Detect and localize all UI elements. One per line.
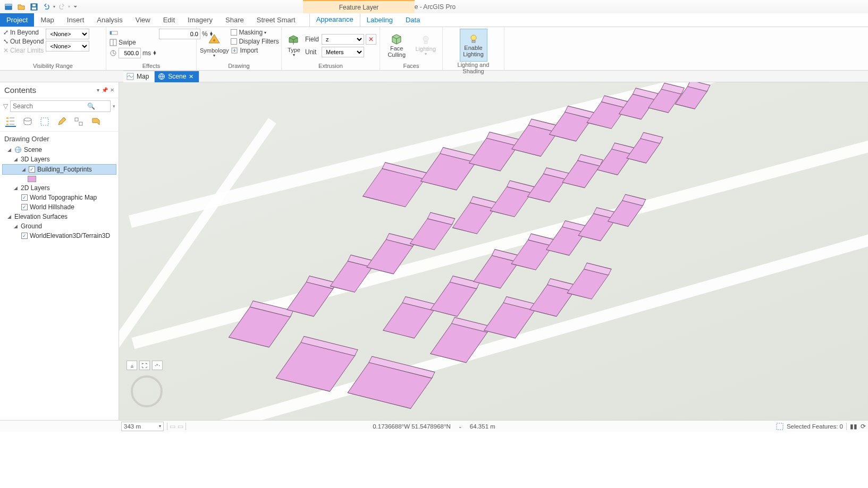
face-culling-button[interactable]: Face Culling	[383, 29, 410, 62]
clear-limits-label: Clear Limits	[10, 47, 44, 54]
search-input[interactable]: 🔍	[10, 100, 111, 112]
svg-rect-20	[6, 124, 9, 125]
scale-in-icon: ⤢	[3, 29, 9, 36]
list-by-labeling-icon[interactable]	[90, 116, 101, 127]
selected-features-readout: Selected Features: 0	[787, 423, 843, 430]
autohide-icon[interactable]: ▾	[97, 87, 99, 93]
pin-icon[interactable]: 📌	[102, 87, 108, 93]
tab-map[interactable]: Map	[34, 13, 60, 27]
swipe-icon	[109, 39, 117, 46]
nav-full-icon[interactable]: ⛶	[139, 361, 150, 370]
tree-building-footprints[interactable]: ◢✓Building_Footprints	[2, 164, 116, 175]
ribbon: ⤢In Beyond ⤡Out Beyond ✕Clear Limits <No…	[0, 27, 868, 71]
extrusion-unit-select[interactable]: Meters	[322, 47, 364, 57]
nav-pan-icon[interactable]: ·⁺·	[152, 361, 163, 370]
elevation-readout: 64.351 m	[470, 423, 495, 430]
svg-rect-29	[777, 423, 783, 430]
transparency-input[interactable]	[159, 29, 200, 39]
scale-selector[interactable]: 343 m▾	[121, 422, 164, 431]
unit-label: Unit	[305, 48, 320, 56]
group-lighting-shading: Enable Lighting Lighting and Shading	[443, 27, 504, 70]
list-by-drawing-icon[interactable]	[5, 116, 16, 127]
close-icon[interactable]: ✕	[189, 73, 193, 80]
svg-rect-1	[5, 4, 12, 6]
out-beyond-select[interactable]: <None>	[46, 41, 89, 52]
ribbon-tabs: Project Map Insert Analysis View Edit Im…	[0, 13, 868, 27]
tab-data[interactable]: Data	[399, 13, 426, 27]
svg-point-24	[24, 118, 31, 121]
new-project-icon[interactable]	[3, 2, 14, 12]
expression-button[interactable]: ✕	[366, 34, 376, 45]
filter-icon[interactable]: ▽	[3, 102, 8, 110]
svg-rect-13	[424, 41, 427, 44]
tree-scene[interactable]: ◢Scene	[2, 145, 116, 155]
layer-visibility-check[interactable]: ✓	[29, 166, 35, 173]
tab-appearance[interactable]: Appearance	[309, 12, 360, 27]
tree-topo[interactable]: ✓World Topographic Map	[2, 193, 116, 202]
view-tab-scene[interactable]: Scene✕	[155, 71, 199, 82]
group-faces: Face Culling Lighting▾ Faces	[380, 27, 443, 70]
tab-analysis[interactable]: Analysis	[90, 13, 129, 27]
undo-icon[interactable]	[41, 2, 52, 12]
context-tab-header: Feature Layer	[303, 0, 415, 13]
extrusion-type-button[interactable]: Type▾	[285, 29, 303, 62]
tree-2d-layers[interactable]: ◢2D Layers	[2, 183, 116, 193]
flicker-ms-input[interactable]	[119, 48, 141, 58]
svg-rect-25	[41, 118, 48, 125]
group-label-drawing: Drawing	[200, 63, 278, 70]
enable-lighting-button[interactable]: Enable Lighting	[460, 29, 487, 62]
tab-insert[interactable]: Insert	[61, 13, 91, 27]
extrusion-field-select[interactable]: z	[322, 34, 364, 45]
tree-symbol[interactable]	[2, 175, 116, 183]
view-tab-bar: Map Scene✕	[0, 71, 868, 82]
masking-label: Masking	[239, 29, 263, 36]
tree-ground[interactable]: ◢Ground	[2, 221, 116, 231]
swipe-label[interactable]: Swipe	[119, 39, 136, 46]
search-options-icon[interactable]: ▾	[113, 104, 115, 109]
close-pane-icon[interactable]: ✕	[110, 87, 114, 93]
coordinates-readout: 0.1736688°W 51.5478968°N	[373, 423, 451, 430]
symbol-swatch[interactable]	[28, 176, 36, 182]
tab-streetsmart[interactable]: Street Smart	[250, 13, 302, 27]
list-by-snapping-icon[interactable]	[73, 116, 84, 127]
redo-icon[interactable]	[56, 2, 67, 12]
tree-terrain[interactable]: ✓WorldElevation3D/Terrain3D	[2, 231, 116, 241]
svg-rect-18	[6, 117, 9, 119]
constraint-icon-2[interactable]: ▭	[178, 423, 183, 430]
pause-drawing-icon[interactable]: ▮▮	[846, 423, 857, 430]
list-by-editing-icon[interactable]	[56, 116, 67, 127]
save-icon[interactable]	[29, 2, 39, 12]
tab-labeling[interactable]: Labeling	[360, 13, 399, 27]
tab-edit[interactable]: Edit	[157, 13, 181, 27]
dropdown-icon[interactable]: ⌄	[458, 424, 462, 429]
status-bar: 343 m▾ ▭ ▭ 0.1736688°W 51.5478968°N ⌄ 64…	[0, 420, 868, 432]
list-by-selection-icon[interactable]	[39, 116, 50, 127]
tree-3d-layers[interactable]: ◢3D Layers	[2, 155, 116, 164]
compass-icon[interactable]	[131, 375, 163, 407]
group-label-extrusion: Extrusion	[285, 63, 376, 70]
scene-view[interactable]: ▵ ⛶ ·⁺·	[119, 82, 868, 420]
import-label[interactable]: Import	[240, 47, 258, 54]
tab-view[interactable]: View	[129, 13, 157, 27]
open-project-icon[interactable]	[16, 2, 27, 12]
flicker-icon	[109, 49, 117, 57]
in-beyond-select[interactable]: <None>	[46, 29, 89, 39]
list-by-source-icon[interactable]	[22, 116, 33, 127]
tab-share[interactable]: Share	[219, 13, 250, 27]
tab-imagery[interactable]: Imagery	[181, 13, 219, 27]
group-label-visibility: Visibility Range	[3, 63, 103, 70]
group-visibility-range: ⤢In Beyond ⤡Out Beyond ✕Clear Limits <No…	[0, 27, 106, 70]
nav-up-icon[interactable]: ▵	[127, 361, 137, 370]
tree-elevation[interactable]: ◢Elevation Surfaces	[2, 212, 116, 221]
constraint-icon-1[interactable]: ▭	[170, 423, 175, 430]
symbology-button[interactable]: Symbology▾	[200, 29, 229, 62]
view-tab-map[interactable]: Map	[123, 71, 155, 82]
scale-out-icon: ⤡	[3, 38, 9, 45]
svg-rect-26	[75, 118, 78, 121]
quick-access-toolbar: ▾ ▾ ⏷ 3D_blog_project - Scene - ArcGIS P…	[0, 0, 868, 13]
transparency-icon[interactable]	[109, 29, 118, 37]
tab-project[interactable]: Project	[0, 13, 34, 27]
refresh-icon[interactable]: ⟳	[861, 423, 866, 430]
tree-hillshade[interactable]: ✓World Hillshade	[2, 202, 116, 212]
search-icon[interactable]: 🔍	[87, 102, 95, 110]
